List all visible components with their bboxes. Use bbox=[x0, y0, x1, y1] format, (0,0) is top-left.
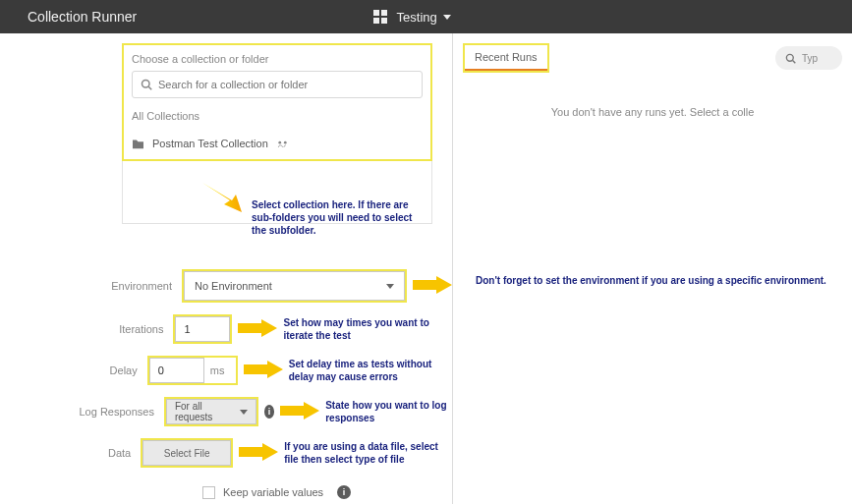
annotation-iterations: Set how may times you want to iterate th… bbox=[283, 316, 452, 342]
annotation-log: State how you want to log responses bbox=[325, 399, 452, 424]
select-file-button[interactable]: Select File bbox=[142, 440, 231, 466]
iterations-label: Iterations bbox=[18, 323, 173, 335]
keep-variable-label: Keep variable values bbox=[223, 486, 323, 498]
workspace-name: Testing bbox=[397, 10, 437, 25]
caret-down-icon bbox=[443, 15, 451, 20]
folder-icon bbox=[132, 139, 144, 149]
annotation-arrow-icon bbox=[202, 183, 242, 215]
search-icon bbox=[141, 79, 152, 90]
tab-recent-runs[interactable]: Recent Runs bbox=[465, 45, 547, 71]
svg-line-1 bbox=[148, 86, 151, 89]
collection-search[interactable] bbox=[132, 71, 423, 98]
delay-input[interactable] bbox=[149, 358, 204, 383]
info-icon[interactable]: i bbox=[337, 485, 351, 499]
caret-down-icon bbox=[386, 284, 394, 289]
annotation-chooser: Select collection here. If there are sub… bbox=[252, 198, 426, 237]
annotation-delay: Set delay time as tests without delay ma… bbox=[289, 358, 452, 383]
info-icon[interactable]: i bbox=[264, 405, 274, 419]
delay-label: Delay bbox=[18, 364, 147, 376]
empty-runs-message: You don't have any runs yet. Select a co… bbox=[463, 106, 842, 118]
log-responses-select[interactable]: For all requests bbox=[166, 399, 256, 424]
workspace-selector[interactable]: Testing bbox=[397, 10, 451, 25]
chooser-label: Choose a collection or folder bbox=[132, 53, 423, 65]
search-icon bbox=[785, 53, 796, 64]
svg-marker-4 bbox=[202, 183, 242, 212]
all-collections-label: All Collections bbox=[132, 110, 423, 122]
svg-marker-8 bbox=[280, 402, 319, 420]
data-label: Data bbox=[18, 447, 141, 459]
title-bar: Collection Runner Testing bbox=[0, 0, 852, 33]
share-icon bbox=[276, 139, 289, 149]
collection-search-input[interactable] bbox=[158, 79, 414, 90]
iterations-input[interactable] bbox=[175, 316, 230, 342]
annotation-arrow-icon bbox=[244, 361, 283, 381]
svg-point-3 bbox=[284, 140, 287, 143]
collection-chooser: Choose a collection or folder All Collec… bbox=[122, 43, 432, 161]
annotation-data: If you are using a data file, select fil… bbox=[284, 440, 452, 466]
collection-name: Postman Test Collection bbox=[152, 138, 268, 149]
svg-marker-6 bbox=[238, 319, 277, 337]
workspaces-icon[interactable] bbox=[373, 10, 387, 24]
app-title: Collection Runner bbox=[28, 9, 137, 25]
collection-item[interactable]: Postman Test Collection bbox=[132, 134, 423, 159]
caret-down-icon bbox=[240, 410, 248, 415]
annotation-arrow-icon bbox=[413, 276, 452, 297]
annotation-arrow-icon bbox=[280, 402, 319, 422]
annotation-arrow-icon bbox=[239, 443, 278, 464]
svg-point-10 bbox=[786, 54, 793, 61]
svg-marker-9 bbox=[239, 443, 278, 461]
svg-marker-5 bbox=[413, 276, 452, 294]
keep-variable-checkbox[interactable] bbox=[202, 486, 215, 499]
search-hint: Typ bbox=[802, 53, 818, 64]
log-value: For all requests bbox=[175, 401, 240, 422]
delay-unit: ms bbox=[210, 364, 232, 376]
svg-marker-7 bbox=[244, 361, 283, 378]
log-label: Log Responses bbox=[18, 406, 164, 418]
svg-line-11 bbox=[793, 60, 796, 63]
svg-point-2 bbox=[278, 140, 281, 143]
recent-runs-search[interactable]: Typ bbox=[775, 46, 842, 70]
annotation-arrow-icon bbox=[238, 319, 277, 340]
svg-point-0 bbox=[142, 81, 150, 88]
environment-select[interactable]: No Environment bbox=[184, 271, 405, 301]
environment-label: Environment bbox=[18, 280, 182, 292]
environment-value: No Environment bbox=[195, 280, 272, 292]
